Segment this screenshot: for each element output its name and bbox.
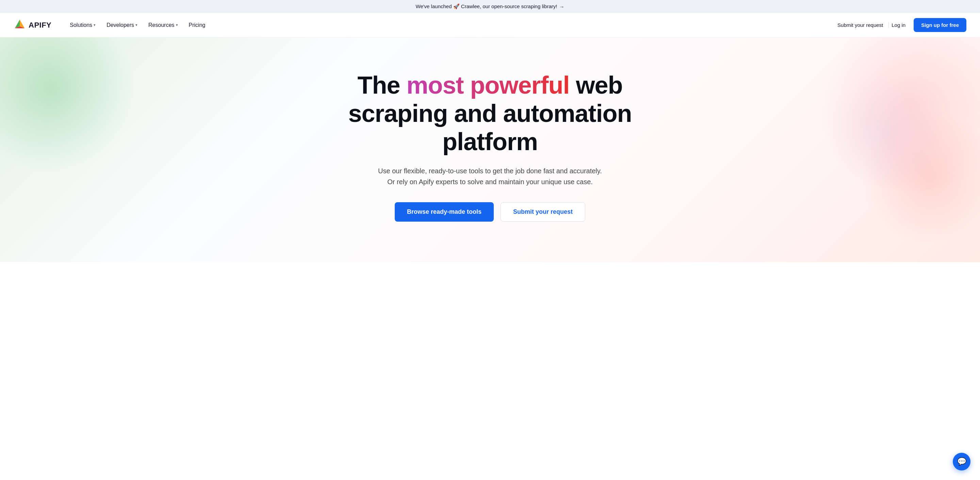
navigation: APIFY Solutions ▾ Developers ▾ Resources… bbox=[0, 13, 980, 37]
chevron-down-icon: ▾ bbox=[135, 23, 137, 27]
nav-resources[interactable]: Resources ▾ bbox=[143, 19, 182, 31]
submit-request-link[interactable]: Submit your request bbox=[837, 22, 883, 28]
chevron-down-icon: ▾ bbox=[94, 23, 95, 27]
hero-section: The most powerful web scraping and autom… bbox=[0, 37, 980, 262]
hero-subtitle: Use our flexible, ready-to-use tools to … bbox=[374, 166, 606, 187]
hero-buttons: Browse ready-made tools Submit your requ… bbox=[337, 202, 643, 222]
browse-tools-button[interactable]: Browse ready-made tools bbox=[395, 202, 494, 222]
announcement-text: We've launched 🚀 Crawlee, our open-sourc… bbox=[416, 3, 557, 10]
chevron-down-icon: ▾ bbox=[176, 23, 178, 27]
nav-developers[interactable]: Developers ▾ bbox=[102, 19, 142, 31]
title-prefix: The bbox=[357, 72, 406, 99]
subtitle-line2: Or rely on Apify experts to solve and ma… bbox=[387, 178, 593, 185]
decorative-blob-top-right bbox=[827, 72, 946, 191]
announcement-arrow: → bbox=[559, 4, 564, 10]
subtitle-line1: Use our flexible, ready-to-use tools to … bbox=[378, 167, 602, 175]
logo-link[interactable]: APIFY bbox=[14, 19, 51, 31]
nav-links: Solutions ▾ Developers ▾ Resources ▾ Pri… bbox=[65, 19, 837, 31]
logo-icon bbox=[14, 19, 26, 31]
hero-title: The most powerful web scraping and autom… bbox=[337, 71, 643, 156]
nav-solutions[interactable]: Solutions ▾ bbox=[65, 19, 100, 31]
nav-pricing[interactable]: Pricing bbox=[184, 19, 210, 31]
hero-content: The most powerful web scraping and autom… bbox=[337, 71, 643, 221]
title-gradient: most powerful bbox=[406, 72, 569, 99]
signup-button[interactable]: Sign up for free bbox=[914, 18, 966, 32]
announcement-bar[interactable]: We've launched 🚀 Crawlee, our open-sourc… bbox=[0, 0, 980, 13]
submit-request-button[interactable]: Submit your request bbox=[501, 202, 585, 222]
login-button[interactable]: Log in bbox=[888, 22, 908, 28]
decorative-blob-right bbox=[861, 109, 980, 245]
logo-text: APIFY bbox=[29, 21, 51, 30]
nav-actions: Submit your request Log in Sign up for f… bbox=[837, 18, 966, 32]
